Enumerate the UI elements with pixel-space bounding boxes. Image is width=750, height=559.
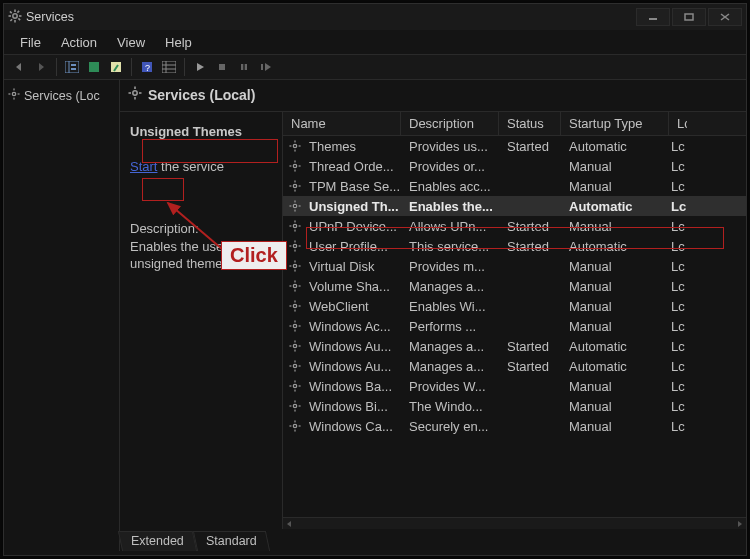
export-list-icon[interactable] [107,58,125,76]
table-row[interactable]: User Profile...This service...StartedAut… [283,236,746,256]
cell-name: Windows Bi... [303,396,403,416]
col-status[interactable]: Status [499,112,561,135]
cell-startup-type: Manual [563,416,671,436]
cell-logon-cut: Lc [671,276,689,296]
cell-startup-type: Automatic [563,336,671,356]
nav-back-icon[interactable] [10,58,28,76]
description-label: Description: [130,220,272,238]
menu-help[interactable]: Help [155,33,202,52]
cell-startup-type: Automatic [563,236,671,256]
cell-status: Started [501,216,563,236]
svg-point-79 [293,304,296,307]
help-icon[interactable]: ? [138,58,156,76]
scrollbar-horizontal[interactable] [283,517,746,529]
scroll-right-icon[interactable] [734,518,746,530]
menu-action[interactable]: Action [51,33,107,52]
svg-point-99 [293,384,296,387]
svg-rect-53 [299,185,301,186]
cell-name: Thread Orde... [303,156,403,176]
svg-rect-105 [294,400,295,402]
cell-status: Started [501,336,563,356]
refresh-block-icon[interactable] [85,58,103,76]
cell-logon-cut: Lc [671,156,689,176]
menu-bar: File Action View Help [4,30,746,54]
start-service-link[interactable]: Start [130,159,157,174]
svg-rect-80 [294,300,295,302]
svg-rect-106 [294,410,295,412]
svg-point-69 [293,264,296,267]
tab-extended[interactable]: Extended [118,531,197,551]
cell-logon-cut: Lc [671,216,689,236]
col-logon-cut[interactable]: Lc [669,112,687,135]
cell-name: User Profile... [303,236,403,256]
svg-point-74 [293,284,296,287]
table-row[interactable]: Volume Sha...Manages a...ManualLc [283,276,746,296]
svg-rect-107 [289,405,291,406]
svg-rect-103 [299,385,301,386]
svg-rect-33 [18,93,20,94]
table-row[interactable]: Windows Bi...The Windo...ManualLc [283,396,746,416]
cell-status: Started [501,236,563,256]
show-tree-icon[interactable] [63,58,81,76]
table-row[interactable]: ThemesProvides us...StartedAutomaticLc [283,136,746,156]
cell-name: TPM Base Se... [303,176,403,196]
gear-icon [128,86,142,103]
svg-rect-63 [299,225,301,226]
svg-rect-52 [289,185,291,186]
table-row[interactable]: TPM Base Se...Enables acc...ManualLc [283,176,746,196]
menu-view[interactable]: View [107,33,155,52]
menu-file[interactable]: File [10,33,51,52]
col-startup-type[interactable]: Startup Type [561,112,669,135]
table-row[interactable]: Windows Au...Manages a...StartedAutomati… [283,356,746,376]
cell-status: Started [501,356,563,376]
svg-rect-1 [14,9,16,12]
cell-logon-cut: Lc [671,296,689,316]
table-row[interactable]: Windows Ca...Securely en...ManualLc [283,416,746,436]
svg-point-54 [293,204,296,207]
maximize-button[interactable] [672,8,706,26]
service-pause-icon[interactable] [235,58,253,76]
svg-rect-65 [294,240,295,242]
svg-rect-3 [9,15,12,17]
svg-rect-91 [294,350,295,352]
table-row[interactable]: Unsigned Th...Enables the...AutomaticLc [283,196,746,216]
table-row[interactable]: WebClientEnables Wi...ManualLc [283,296,746,316]
cell-logon-cut: Lc [671,416,689,436]
col-description[interactable]: Description [401,112,499,135]
service-list: Name Description Status Startup Type Lc … [282,112,746,529]
close-button[interactable] [708,8,742,26]
table-row[interactable]: Thread Orde...Provides or...ManualLc [283,156,746,176]
svg-rect-37 [129,92,132,94]
cell-logon-cut: Lc [671,396,689,416]
svg-rect-36 [134,97,136,100]
table-row[interactable]: Windows Ba...Provides W...ManualLc [283,376,746,396]
svg-rect-95 [294,360,295,362]
svg-rect-87 [289,325,291,326]
service-restart-icon[interactable] [257,58,275,76]
tree-root-services[interactable]: Services (Loc [4,86,119,105]
svg-rect-67 [289,245,291,246]
gear-icon [287,256,303,276]
scroll-left-icon[interactable] [283,518,295,530]
svg-rect-50 [294,180,295,182]
svg-rect-110 [294,420,295,422]
gear-icon [287,336,303,356]
cell-logon-cut: Lc [671,196,689,216]
table-row[interactable]: Windows Au...Manages a...StartedAutomati… [283,336,746,356]
table-row[interactable]: Windows Ac...Performs ...ManualLc [283,316,746,336]
service-stop-icon[interactable] [213,58,231,76]
svg-point-94 [293,364,296,367]
minimize-button[interactable] [636,8,670,26]
properties-icon[interactable] [160,58,178,76]
service-start-icon[interactable] [191,58,209,76]
col-name[interactable]: Name [283,112,401,135]
nav-forward-icon[interactable] [32,58,50,76]
table-row[interactable]: UPnP Device...Allows UPn...StartedManual… [283,216,746,236]
cell-logon-cut: Lc [671,236,689,256]
tab-standard[interactable]: Standard [193,531,270,551]
cell-name: Windows Ac... [303,316,403,336]
svg-rect-25 [219,64,225,70]
cell-logon-cut: Lc [671,336,689,356]
svg-rect-92 [289,345,291,346]
table-row[interactable]: Virtual DiskProvides m...ManualLc [283,256,746,276]
